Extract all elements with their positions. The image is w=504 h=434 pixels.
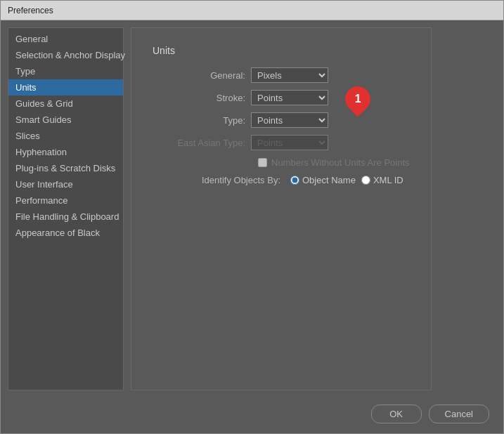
ok-button[interactable]: OK <box>371 405 422 423</box>
sidebar-item-smart-guides[interactable]: Smart Guides <box>8 112 123 128</box>
type-select[interactable]: Points Pixels Picas Inches Millimeters C… <box>251 112 328 128</box>
section-title: Units <box>153 45 410 56</box>
stroke-label: Stroke: <box>167 93 251 103</box>
type-row: Type: Points Pixels Picas Inches Millime… <box>167 112 410 128</box>
sidebar-item-guides-grid[interactable]: Guides & Grid <box>8 96 123 112</box>
radio-xml-id[interactable]: XML ID <box>361 175 403 185</box>
general-row: General: Pixels Points Picas Inches Mill… <box>167 67 410 83</box>
sidebar-item-appearance-of-black[interactable]: Appearance of Black <box>8 225 123 241</box>
east-asian-type-row: East Asian Type: Points Q H <box>167 135 410 150</box>
east-asian-type-label: East Asian Type: <box>167 138 251 148</box>
type-label: Type: <box>167 115 251 126</box>
identify-objects-row: Identify Objects By: Object Name XML ID <box>202 175 410 185</box>
stroke-select-container: Points Pixels Picas Inches Millimeters C… <box>251 90 328 105</box>
sidebar-item-user-interface[interactable]: User Interface <box>8 176 123 192</box>
callout-badge: 1 <box>340 81 376 117</box>
numbers-without-units-checkbox[interactable] <box>258 158 267 167</box>
stroke-select[interactable]: Points Pixels Picas Inches Millimeters C… <box>251 90 328 105</box>
sidebar-item-units[interactable]: Units <box>8 79 123 96</box>
stroke-row: Stroke: Points Pixels Picas Inches Milli… <box>167 90 410 105</box>
radio-object-name[interactable]: Object Name <box>290 175 356 185</box>
radio-xml-id-input[interactable] <box>361 176 370 185</box>
general-select[interactable]: Pixels Points Picas Inches Millimeters C… <box>251 67 328 83</box>
dialog-title: Preferences <box>8 6 53 15</box>
title-bar: Preferences <box>1 1 503 20</box>
sidebar-item-general[interactable]: General <box>8 31 123 47</box>
cancel-button[interactable]: Cancel <box>429 405 489 423</box>
sidebar-item-performance[interactable]: Performance <box>8 192 123 209</box>
main-content: Units General: Pixels Points Picas Inche… <box>138 38 424 199</box>
east-asian-type-select[interactable]: Points Q H <box>251 135 328 150</box>
preferences-dialog: Preferences General Selection & Anchor D… <box>0 0 504 434</box>
general-label: General: <box>167 70 251 81</box>
sidebar-item-type[interactable]: Type <box>8 63 123 79</box>
sidebar-item-slices[interactable]: Slices <box>8 128 123 144</box>
sidebar-item-file-handling-clipboard[interactable]: File Handling & Clipboard <box>8 209 123 225</box>
sidebar-item-plug-ins-scratch-disks[interactable]: Plug-ins & Scratch Disks <box>8 160 123 176</box>
numbers-without-units-label: Numbers Without Units Are Points <box>271 157 410 168</box>
radio-object-name-input[interactable] <box>290 176 299 185</box>
identify-objects-label: Identify Objects By: <box>202 175 280 185</box>
radio-object-name-label: Object Name <box>302 175 356 185</box>
numbers-without-units-row: Numbers Without Units Are Points <box>258 157 410 168</box>
radio-xml-id-label: XML ID <box>373 175 403 185</box>
callout-number: 1 <box>355 93 361 105</box>
dialog-footer: OK Cancel <box>1 397 503 433</box>
main-content-border: Units General: Pixels Points Picas Inche… <box>131 27 432 390</box>
sidebar-item-hyphenation[interactable]: Hyphenation <box>8 144 123 160</box>
sidebar: General Selection & Anchor Display Type … <box>8 27 124 390</box>
form-area: General: Pixels Points Picas Inches Mill… <box>167 67 410 185</box>
sidebar-item-selection-anchor-display[interactable]: Selection & Anchor Display <box>8 47 123 63</box>
dialog-body: General Selection & Anchor Display Type … <box>1 20 503 397</box>
